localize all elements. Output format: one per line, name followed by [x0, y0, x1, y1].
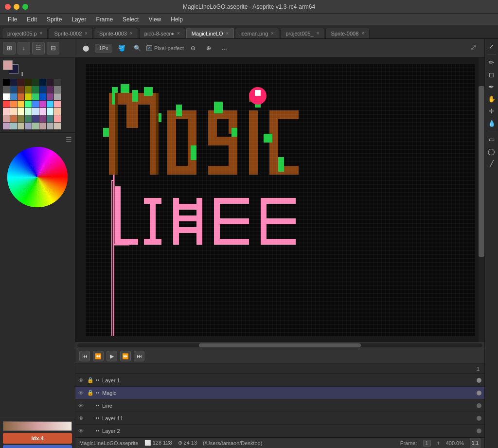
minimize-button[interactable]	[14, 4, 19, 10]
layer-lock-magic[interactable]: 🔒	[87, 390, 94, 396]
pixel-perfect-checkbox[interactable]: ✓	[146, 45, 152, 51]
swatch-30[interactable]	[47, 101, 53, 108]
horizontal-scrollbar[interactable]	[75, 342, 484, 349]
hscroll-track[interactable]	[77, 343, 482, 347]
swatch-20[interactable]	[32, 93, 39, 100]
tab-pico8[interactable]: pico-8-secr●×	[139, 28, 185, 38]
swatch-27[interactable]	[25, 101, 32, 108]
vscroll-thumb[interactable]	[479, 86, 484, 257]
move-tool-btn[interactable]: ⊞	[3, 42, 16, 54]
layer-row-11[interactable]: 👁 🔒 •• Layer 11	[75, 412, 484, 425]
tab-project005b[interactable]: project005_×	[280, 28, 324, 38]
layer-row-2[interactable]: 👁 🔒 •• Layer 2	[75, 425, 484, 437]
window-controls[interactable]	[5, 4, 28, 10]
menu-select[interactable]: Select	[119, 15, 142, 24]
pixel-perfect-toggle[interactable]: ✓ Pixel-perfect	[146, 45, 184, 51]
tab-close[interactable]: ×	[177, 31, 180, 36]
menu-help[interactable]: Help	[167, 15, 187, 24]
tab-close[interactable]: ×	[130, 31, 133, 36]
swatch-11[interactable]	[25, 86, 32, 93]
swatch-52[interactable]	[32, 123, 39, 129]
swatch-48[interactable]	[3, 123, 10, 129]
swatch-5[interactable]	[39, 79, 46, 86]
layer-row-line[interactable]: 👁 🔒 •• Line	[75, 399, 484, 412]
vertical-scrollbar[interactable]	[479, 57, 484, 342]
layer-visibility-1[interactable]: 👁	[78, 377, 85, 383]
hscroll-thumb[interactable]	[199, 343, 361, 347]
swatch-44[interactable]	[32, 115, 39, 122]
menu-edit[interactable]: Edit	[23, 15, 41, 24]
anim-first-btn[interactable]: ⏮	[79, 351, 90, 361]
extra-btn[interactable]: …	[218, 42, 231, 54]
swatch-50[interactable]	[18, 123, 24, 129]
swatch-35[interactable]	[25, 108, 32, 115]
swatch-10[interactable]	[18, 86, 24, 93]
swatch-42[interactable]	[18, 115, 24, 122]
swatch-2[interactable]	[18, 79, 24, 86]
zoom-btn[interactable]: 🔍	[131, 42, 143, 54]
swatch-53[interactable]	[39, 123, 46, 129]
idx4-button[interactable]: Idx-4	[3, 433, 72, 444]
anim-last-btn[interactable]: ⏭	[134, 351, 144, 361]
paint-bucket-btn[interactable]: 🪣	[115, 42, 128, 54]
swatch-24[interactable]	[3, 101, 10, 108]
swatch-21[interactable]	[39, 93, 46, 100]
tab-close[interactable]: ×	[40, 31, 43, 36]
swatch-9[interactable]	[10, 86, 17, 93]
swatch-18[interactable]	[18, 93, 24, 100]
rtool-pen[interactable]: ✒	[486, 81, 497, 92]
tab-close[interactable]: ×	[226, 31, 229, 36]
swatch-17[interactable]	[10, 93, 17, 100]
tab-magicline[interactable]: MagicLineLO×	[186, 28, 234, 38]
onion-btn[interactable]: ⊕	[202, 42, 215, 54]
swatch-15[interactable]	[54, 86, 61, 93]
swatch-0[interactable]	[3, 79, 10, 86]
anim-next-btn[interactable]: ⏩	[120, 351, 131, 361]
swatch-25[interactable]	[10, 101, 17, 108]
rtool-ellipse[interactable]: ◯	[486, 146, 497, 157]
swatch-31[interactable]	[54, 101, 61, 108]
maximize-button[interactable]	[22, 4, 28, 10]
anim-play-btn[interactable]: ▶	[107, 351, 117, 361]
layer-visibility-11[interactable]: 👁	[78, 415, 85, 421]
tab-sprite0008[interactable]: Sprite-0008×	[325, 28, 370, 38]
swatch-23[interactable]	[54, 93, 61, 100]
tab-close[interactable]: ×	[85, 31, 88, 36]
swatch-51[interactable]	[25, 123, 32, 129]
swatch-38[interactable]	[47, 108, 53, 115]
close-button[interactable]	[5, 4, 11, 10]
foreground-color[interactable]	[3, 60, 13, 70]
tab-close[interactable]: ×	[317, 31, 320, 36]
menu-layer[interactable]: Layer	[68, 15, 90, 24]
rtool-rect[interactable]: ▭	[486, 134, 497, 144]
swatch-32[interactable]	[3, 108, 10, 115]
swatch-36[interactable]	[32, 108, 39, 115]
layer-visibility-magic[interactable]: 👁	[78, 390, 85, 396]
swatch-6[interactable]	[47, 79, 53, 86]
swatch-14[interactable]	[47, 86, 53, 93]
swatch-29[interactable]	[39, 101, 46, 108]
swatch-13[interactable]	[39, 86, 46, 93]
swatch-26[interactable]	[18, 101, 24, 108]
swatch-37[interactable]	[39, 108, 46, 115]
circle-select-btn[interactable]: ⬤	[79, 42, 92, 54]
rtool-hand[interactable]: ✋	[486, 93, 497, 104]
add-frame-btn[interactable]: +	[437, 440, 440, 447]
swatch-40[interactable]	[3, 115, 10, 122]
sprite-canvas[interactable]	[86, 64, 475, 336]
color-wheel[interactable]	[6, 145, 69, 209]
symmetry-btn[interactable]: ⊙	[187, 42, 199, 54]
swatch-34[interactable]	[18, 108, 24, 115]
menu-sprite[interactable]: Sprite	[43, 15, 66, 24]
tab-close[interactable]: ×	[271, 31, 274, 36]
swatch-1[interactable]	[10, 79, 17, 86]
layer-visibility-2[interactable]: 👁	[78, 428, 85, 434]
layer-lock-1[interactable]: 🔒	[87, 377, 94, 383]
swatch-16[interactable]	[3, 93, 10, 100]
swatch-7[interactable]	[54, 79, 61, 86]
swatch-41[interactable]	[10, 115, 17, 122]
swatch-4[interactable]	[32, 79, 39, 86]
swatch-54[interactable]	[47, 123, 53, 129]
tab-sprite0003[interactable]: Sprite-0003×	[94, 28, 138, 38]
swatch-46[interactable]	[47, 115, 53, 122]
